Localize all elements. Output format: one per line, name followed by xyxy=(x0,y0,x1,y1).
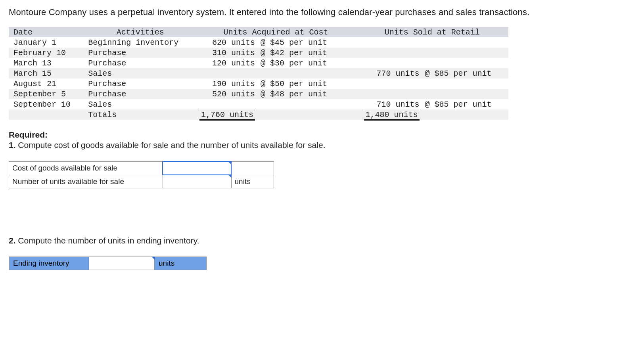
answer-table-1: Cost of goods available for sale Number … xyxy=(9,161,274,188)
cell-usr-price: @ $85 per unit xyxy=(423,99,508,109)
totals-row: Totals 1,760 units 1,480 units xyxy=(9,109,508,120)
cell-date: September 10 xyxy=(9,99,85,109)
cell-activity: Purchase xyxy=(85,89,196,99)
units-available-unit: units xyxy=(231,175,274,188)
cell-activity: Sales xyxy=(85,99,196,109)
cell-usr-units xyxy=(356,89,423,99)
units-available-input-cell[interactable] xyxy=(163,175,231,188)
table-row: September 10 Sales 710 units @ $85 per u… xyxy=(9,99,508,109)
answer-table-2: Ending inventory units xyxy=(9,257,207,270)
cell-uac-price: @ $45 per unit xyxy=(258,37,356,48)
hdr-units-sold: Units Sold at Retail xyxy=(356,27,508,37)
totals-usr: 1,480 units xyxy=(364,110,420,121)
ending-inventory-input[interactable] xyxy=(93,259,152,268)
ending-inventory-unit: units xyxy=(155,257,207,270)
table-row: Ending inventory units xyxy=(9,257,207,270)
cell-uac-units: 190 units xyxy=(196,79,258,89)
hdr-units-acquired: Units Acquired at Cost xyxy=(196,27,356,37)
cell-usr-price xyxy=(423,89,508,99)
table-row: March 13 Purchase 120 units @ $30 per un… xyxy=(9,58,508,68)
cell-usr-units: 770 units xyxy=(356,68,423,79)
table-row: Number of units available for sale units xyxy=(9,175,274,188)
cell-date: September 5 xyxy=(9,89,85,99)
table-row: August 21 Purchase 190 units @ $50 per u… xyxy=(9,79,508,89)
units-available-label: Number of units available for sale xyxy=(9,175,163,188)
cell-date: February 10 xyxy=(9,48,85,58)
cell-usr-price xyxy=(423,58,508,68)
cell-date: August 21 xyxy=(9,79,85,89)
cell-uac-units: 310 units xyxy=(196,48,258,58)
cell-date: March 15 xyxy=(9,68,85,79)
cell-uac-units: 520 units xyxy=(196,89,258,99)
cell-usr-price xyxy=(423,37,508,48)
cell-usr-price xyxy=(423,79,508,89)
cell-date: March 13 xyxy=(9,58,85,68)
hdr-activities: Activities xyxy=(85,27,196,37)
cell-uac-price: @ $42 per unit xyxy=(258,48,356,58)
table-row: February 10 Purchase 310 units @ $42 per… xyxy=(9,48,508,58)
cell-activity: Sales xyxy=(85,68,196,79)
cell-usr-units xyxy=(356,79,423,89)
cell-usr-price: @ $85 per unit xyxy=(423,68,508,79)
units-available-input[interactable] xyxy=(166,177,230,186)
ending-inventory-label: Ending inventory xyxy=(9,257,89,270)
totals-label: Totals xyxy=(85,109,196,120)
cell-usr-units xyxy=(356,37,423,48)
cell-uac-price: @ $30 per unit xyxy=(258,58,356,68)
cogs-available-label: Cost of goods available for sale xyxy=(9,161,163,175)
cell-usr-price xyxy=(423,48,508,58)
cell-uac-price xyxy=(258,99,356,109)
q1-body-visible: Compute cost of goods available for sale… xyxy=(18,140,325,149)
cell-uac-price: @ $48 per unit xyxy=(258,89,356,99)
table-row: March 15 Sales 770 units @ $85 per unit xyxy=(9,68,508,79)
cell-uac-units xyxy=(196,99,258,109)
cell-uac-price: @ $50 per unit xyxy=(258,79,356,89)
cogs-unit-cell xyxy=(231,161,274,175)
ending-inventory-input-cell[interactable] xyxy=(89,257,155,270)
cell-activity: Purchase xyxy=(85,48,196,58)
hdr-date: Date xyxy=(9,27,85,37)
table-row: January 1 Beginning inventory 620 units … xyxy=(9,37,508,48)
cell-activity: Beginning inventory xyxy=(85,37,196,48)
cell-uac-price xyxy=(258,68,356,79)
cell-uac-units: 120 units xyxy=(196,58,258,68)
cogs-available-input[interactable] xyxy=(166,163,229,173)
problem-intro: Montoure Company uses a perpetual invent… xyxy=(9,7,635,17)
required-heading: Required: xyxy=(9,130,635,140)
q2-body-visible: Compute the number of units in ending in… xyxy=(18,236,199,245)
cell-activity: Purchase xyxy=(85,79,196,89)
table-row: Cost of goods available for sale xyxy=(9,161,274,175)
inventory-table: Date Activities Units Acquired at Cost U… xyxy=(9,27,508,120)
totals-uac: 1,760 units xyxy=(199,110,255,121)
table-header-row: Date Activities Units Acquired at Cost U… xyxy=(9,27,508,37)
cell-uac-units xyxy=(196,68,258,79)
cell-usr-units: 710 units xyxy=(356,99,423,109)
cell-activity: Purchase xyxy=(85,58,196,68)
question-2-text: 2. Compute the number of units in ending… xyxy=(9,236,635,245)
table-row: September 5 Purchase 520 units @ $48 per… xyxy=(9,89,508,99)
cell-date: January 1 xyxy=(9,37,85,48)
cell-usr-units xyxy=(356,48,423,58)
cogs-available-input-cell[interactable] xyxy=(163,161,231,175)
cell-uac-units: 620 units xyxy=(196,37,258,48)
question-1-text: 1. 1. Compute cost of goods available fo… xyxy=(9,140,635,150)
cell-usr-units xyxy=(356,58,423,68)
